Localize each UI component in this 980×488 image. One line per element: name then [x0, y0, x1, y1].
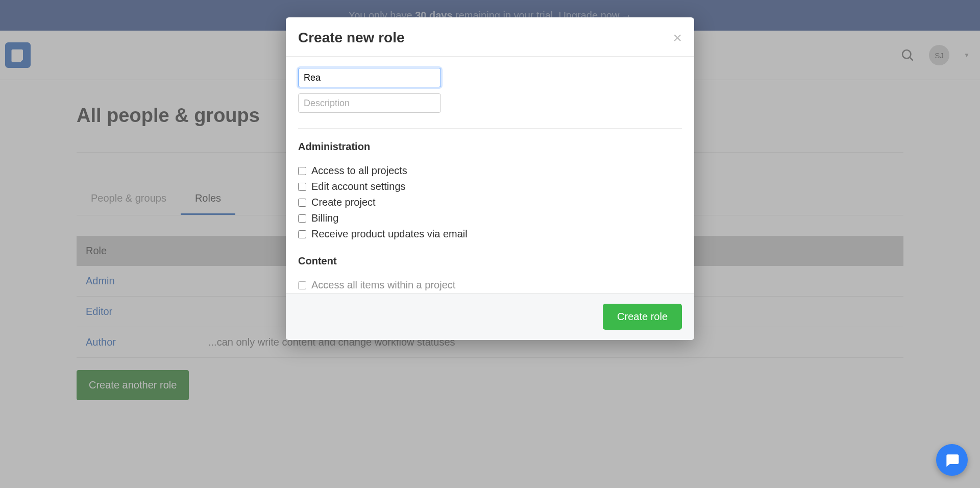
- modal-body: Administration Access to all projects Ed…: [286, 57, 694, 293]
- modal-footer: Create role: [286, 293, 694, 340]
- permission-checkbox-access-all-items[interactable]: [298, 281, 306, 289]
- section-heading-content: Content: [298, 255, 682, 267]
- permission-label: Access all items within a project: [311, 279, 455, 291]
- permission-checkbox-create-project[interactable]: [298, 199, 306, 207]
- permission-checkbox-edit-account-settings[interactable]: [298, 183, 306, 191]
- create-role-modal: Create new role × Administration Access …: [286, 17, 694, 340]
- role-description-input[interactable]: [298, 93, 441, 113]
- permission-item: Create project: [298, 194, 682, 210]
- chat-icon: [944, 452, 960, 468]
- role-name-input[interactable]: [298, 68, 441, 87]
- permission-item: Access to all projects: [298, 163, 682, 179]
- create-role-button[interactable]: Create role: [603, 304, 682, 330]
- permission-item: Edit account settings: [298, 179, 682, 194]
- section-heading-administration: Administration: [298, 141, 682, 153]
- permission-label: Access to all projects: [311, 165, 407, 177]
- modal-header: Create new role ×: [286, 17, 694, 57]
- permission-item: Billing: [298, 210, 682, 226]
- permission-item: Receive product updates via email: [298, 226, 682, 242]
- divider: [298, 128, 682, 129]
- permission-list-administration: Access to all projects Edit account sett…: [298, 163, 682, 242]
- permission-checkbox-product-updates[interactable]: [298, 230, 306, 238]
- permission-label: Billing: [311, 212, 338, 224]
- permission-item: Access all items within a project: [298, 277, 682, 293]
- permission-label: Edit account settings: [311, 181, 406, 192]
- close-icon[interactable]: ×: [673, 30, 682, 45]
- permission-label: Receive product updates via email: [311, 228, 468, 240]
- permission-checkbox-billing[interactable]: [298, 214, 306, 223]
- permission-list-content: Access all items within a project: [298, 277, 682, 293]
- modal-title: Create new role: [298, 30, 405, 46]
- permission-checkbox-access-all-projects[interactable]: [298, 167, 306, 175]
- permission-label: Create project: [311, 197, 376, 208]
- chat-widget[interactable]: [936, 444, 968, 476]
